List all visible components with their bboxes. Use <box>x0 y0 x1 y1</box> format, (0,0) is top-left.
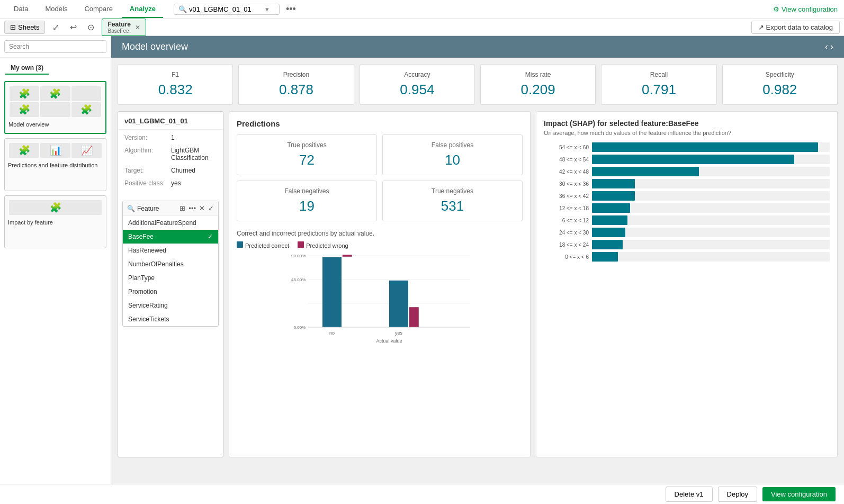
nav-tab-data[interactable]: Data <box>6 1 35 18</box>
nav-tab-models[interactable]: Models <box>38 1 75 18</box>
feature-item-plantype[interactable]: PlanType <box>123 271 218 285</box>
sheets-button[interactable]: ⊞ Sheets <box>4 21 45 34</box>
tab-close-icon[interactable]: ✕ <box>135 24 140 31</box>
view-config-bottom-button[interactable]: View configuration <box>762 487 836 501</box>
metric-specificity-value: 0.982 <box>731 82 829 98</box>
shap-row: 36 <= x < 42 <box>544 191 830 201</box>
metric-f1-value: 0.832 <box>127 82 224 98</box>
shap-row-label: 6 <= x < 12 <box>544 218 589 223</box>
sidebar-card-predictions[interactable]: 🧩 📊 📈 Predictions and feature distributi… <box>4 138 106 191</box>
shap-row-label: 30 <= x < 36 <box>544 181 589 187</box>
export-button[interactable]: ↗ Export data to catalog <box>751 21 840 34</box>
card-label: Impact by feature <box>7 217 104 226</box>
zoom-fit-icon[interactable]: ⤢ <box>49 20 62 34</box>
metric-miss-rate-label: Miss rate <box>489 71 587 78</box>
info-row-positive-class: Positive class: yes <box>124 179 217 187</box>
legend-wrong: Predicted wrong <box>298 241 348 249</box>
model-info-table: Version: 1 Algorithm: LightGBM Classific… <box>118 130 223 196</box>
sidebar-section-label: My own (3) <box>5 60 49 75</box>
feature-dropdown-header: 🔍 Feature ⊞ ••• ✕ ✓ <box>123 201 218 216</box>
model-info-panel: v01_LGBMC_01_01 Version: 1 Algorithm: Li… <box>118 111 223 457</box>
view-configuration-button[interactable]: ⚙ View configuration <box>773 5 838 13</box>
bar-yes-correct <box>389 281 408 327</box>
svg-text:no: no <box>329 330 335 336</box>
dropdown-icon: ▾ <box>265 5 269 13</box>
bar-chart-title: Correct and incorrect predictions by act… <box>237 230 523 237</box>
undo-icon[interactable]: ↩ <box>67 20 80 34</box>
model-name: v01_LGBMC_01_01 <box>118 112 223 130</box>
shap-bar-container <box>592 240 830 249</box>
nav-tab-analyze[interactable]: Analyze <box>122 1 163 18</box>
shap-row-label: 24 <= x < 30 <box>544 230 589 236</box>
puzzle-icon: 🧩 <box>80 104 92 115</box>
shap-bar <box>592 179 635 188</box>
sidebar-search-input[interactable] <box>4 40 106 53</box>
feature-item-servicetickets[interactable]: ServiceTickets <box>123 312 218 326</box>
feature-item-servicerating[interactable]: ServiceRating <box>123 299 218 312</box>
feature-item-additionalfeaturespend[interactable]: AdditionalFeatureSpend <box>123 216 218 230</box>
bottom-bar: Delete v1 Deploy View configuration <box>0 484 844 504</box>
feature-item-numberofpenalties[interactable]: NumberOfPenalties <box>123 257 218 271</box>
shap-row-label: 48 <= x < 54 <box>544 157 589 163</box>
card-label: Predictions and feature distribution <box>7 160 104 168</box>
true-positives-cell: True positives 72 <box>237 134 377 175</box>
shap-bar <box>592 155 794 164</box>
nav-search-input[interactable] <box>189 5 263 13</box>
bar-chart-svg: 90.00% 45.00% 0.00% no yes Actual va <box>237 251 523 346</box>
deploy-button[interactable]: Deploy <box>718 487 757 502</box>
feature-close-icon[interactable]: ✕ <box>199 204 205 212</box>
feature-confirm-icon[interactable]: ✓ <box>208 204 214 212</box>
svg-text:0.00%: 0.00% <box>294 325 306 330</box>
shap-row-label: 18 <= x < 24 <box>544 242 589 248</box>
prev-arrow[interactable]: ‹ <box>825 41 828 52</box>
metric-f1: F1 0.832 <box>118 64 233 105</box>
shap-bar <box>592 215 627 225</box>
shap-row: 12 <= x < 18 <box>544 203 830 213</box>
card-grid: 🧩 🧩 🧩 🧩 <box>7 84 103 119</box>
shap-row-label: 12 <= x < 18 <box>544 205 589 211</box>
feature-dropdown: 🔍 Feature ⊞ ••• ✕ ✓ AdditionalFeatureSpe… <box>122 201 219 327</box>
shap-row: 6 <= x < 12 <box>544 215 830 225</box>
feature-item-hasrenewed[interactable]: HasRenewed <box>123 244 218 257</box>
grid-icon: ⊞ <box>10 23 16 31</box>
bar-no-correct <box>322 257 342 327</box>
shap-row-label: 42 <= x < 48 <box>544 169 589 175</box>
shap-subtitle: On average, how much do values of the fe… <box>544 130 830 136</box>
feature-item-promotion[interactable]: Promotion <box>123 285 218 299</box>
sidebar: My own (3) 🧩 🧩 🧩 🧩 Model overview 🧩 <box>0 36 111 484</box>
next-arrow[interactable]: › <box>830 41 833 52</box>
feature-list: AdditionalFeatureSpend BaseFee ✓ HasRene… <box>123 216 218 326</box>
feature-more-icon[interactable]: ••• <box>188 204 196 212</box>
metric-precision-value: 0.878 <box>247 82 345 98</box>
sidebar-card-impact[interactable]: 🧩 Impact by feature <box>4 195 106 248</box>
shap-row: 54 <= x < 60 <box>544 142 830 152</box>
info-row-algorithm: Algorithm: LightGBM Classification <box>124 147 217 161</box>
sidebar-card-model-overview[interactable]: 🧩 🧩 🧩 🧩 Model overview <box>4 81 106 134</box>
shap-bar-container <box>592 215 830 225</box>
card-label: Model overview <box>7 119 103 128</box>
delete-button[interactable]: Delete v1 <box>666 487 713 502</box>
metric-accuracy-label: Accuracy <box>369 71 466 78</box>
legend-correct: Predicted correct <box>237 241 289 249</box>
feature-item-basefee[interactable]: BaseFee ✓ <box>123 230 218 244</box>
nav-tab-compare[interactable]: Compare <box>77 1 120 18</box>
more-options-icon[interactable]: ••• <box>282 4 300 15</box>
shap-bar-container <box>592 142 830 152</box>
feature-tab: Feature BaseFee ✕ <box>102 19 146 36</box>
feature-search-icon: 🔍 <box>127 205 135 212</box>
sidebar-items: 🧩 🧩 🧩 🧩 Model overview 🧩 📊 📈 Predictions… <box>0 77 111 253</box>
puzzle-icon: 🧩 <box>49 88 61 100</box>
info-row-target: Target: Churned <box>124 167 217 174</box>
shap-bar-container <box>592 167 830 176</box>
feature-settings-icon[interactable]: ⊞ <box>179 204 185 212</box>
shap-row-label: 0 <= x < 6 <box>544 254 589 260</box>
bar-yes-wrong <box>409 307 419 327</box>
shap-chart: 54 <= x < 60 48 <= x < 54 42 <= x < 48 3… <box>544 142 830 262</box>
info-row-version: Version: 1 <box>124 134 217 141</box>
metric-precision-label: Precision <box>247 71 345 78</box>
shap-bar-container <box>592 252 830 262</box>
shap-bar <box>592 167 699 176</box>
shap-row-label: 36 <= x < 42 <box>544 193 589 199</box>
redo-icon[interactable]: ⊙ <box>84 20 97 34</box>
bar-chart-area: 90.00% 45.00% 0.00% no yes Actual va <box>237 251 523 357</box>
